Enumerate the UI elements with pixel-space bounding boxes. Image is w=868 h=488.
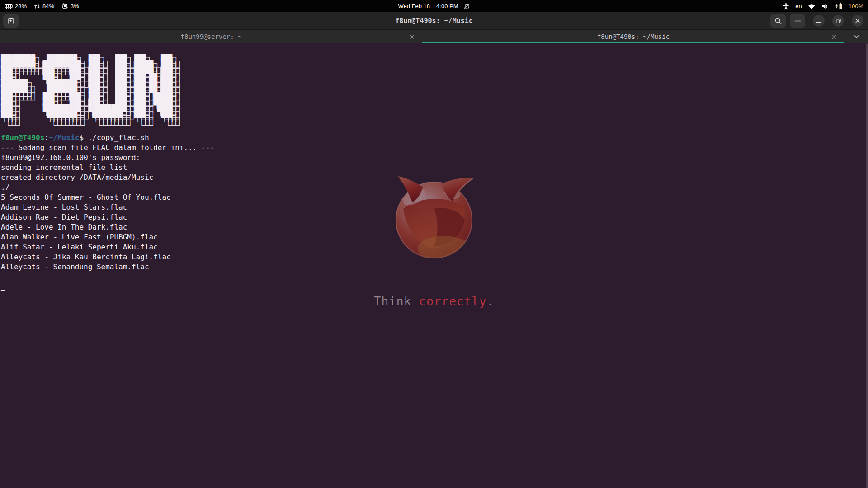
network-value: 84% bbox=[42, 3, 54, 9]
search-button[interactable] bbox=[770, 14, 786, 28]
terminal-output-line: f8un99@192.168.0.100's password: bbox=[1, 153, 868, 163]
memory-icon bbox=[5, 3, 13, 9]
tab-music[interactable]: f8un@T490s: ~/Music bbox=[422, 30, 844, 43]
new-tab-button[interactable] bbox=[3, 14, 19, 28]
ascii-art-logo: █████████ ████████ ███ ███ ███ ███ █████… bbox=[1, 54, 868, 126]
terminal-content: █████████ ████████ ███ ███ ███ ███ █████… bbox=[0, 43, 868, 292]
terminal-output-line: created directory /DATA/media/Music bbox=[1, 173, 868, 183]
chevron-down-icon bbox=[854, 35, 859, 38]
terminal-output-line: Alleycats - Senandung Semalam.flac bbox=[1, 262, 868, 272]
tab-close-icon[interactable] bbox=[830, 33, 838, 41]
terminal-screen[interactable]: Think correctly. █████████ ████████ ███ … bbox=[0, 43, 868, 488]
network-arrows-icon bbox=[34, 3, 40, 9]
search-icon bbox=[774, 17, 782, 25]
system-monitor-indicators: 28% 84% 3% bbox=[0, 3, 79, 9]
maximize-button[interactable] bbox=[832, 15, 844, 27]
clock-menu[interactable]: Wed Feb 18 4:00 PM bbox=[398, 3, 470, 9]
memory-indicator[interactable]: 28% bbox=[5, 3, 27, 9]
terminal-output-line: Adam Levine - Lost Stars.flac bbox=[1, 202, 868, 212]
terminal-output-line: Alleycats - Jika Kau Bercinta Lagi.flac bbox=[1, 252, 868, 262]
prompt-line: f8un@T490s:~/Music$ ./copy_flac.sh bbox=[1, 133, 868, 143]
volume-icon bbox=[821, 3, 829, 9]
cursor-line: _ bbox=[1, 282, 868, 292]
watermark-word-primary: Think bbox=[374, 295, 419, 308]
watermark-word-suffix: . bbox=[487, 295, 495, 308]
top-system-bar: 28% 84% 3% Wed Feb 18 4:00 PM en bbox=[0, 0, 868, 12]
close-button[interactable] bbox=[852, 15, 863, 27]
terminal-output-line: --- Sedang scan file FLAC dalam folder i… bbox=[1, 143, 868, 153]
tab-list-dropdown-button[interactable] bbox=[844, 30, 868, 43]
terminal-output-line: 5 Seconds Of Summer - Ghost Of You.flac bbox=[1, 192, 868, 202]
clock-time: 4:00 PM bbox=[436, 3, 458, 9]
new-tab-icon bbox=[7, 17, 15, 25]
hamburger-menu-icon bbox=[794, 18, 802, 24]
prompt-symbol: $ bbox=[79, 133, 84, 142]
tab-label: f8un@T490s: ~/Music bbox=[597, 33, 670, 40]
prompt-command: ./copy_flac.sh bbox=[84, 133, 149, 142]
minimize-icon bbox=[816, 18, 821, 23]
ascii-art-front: █████████ ████████ ███ ███ ███ ███ █████… bbox=[1, 54, 172, 117]
terminal-output: --- Sedang scan file FLAC dalam folder i… bbox=[1, 143, 868, 282]
terminal-output-line: ./ bbox=[1, 183, 868, 192]
menu-button[interactable] bbox=[790, 14, 805, 28]
cpu-value: 3% bbox=[71, 3, 79, 9]
watermark-text: Think correctly. bbox=[0, 295, 868, 308]
cpu-icon bbox=[61, 3, 68, 9]
system-status-area[interactable]: en 100% bbox=[783, 0, 868, 12]
window-title: f8un@T490s: ~/Music bbox=[395, 17, 473, 25]
terminal-output-line: sending incremental file list bbox=[1, 163, 868, 173]
prompt-path: ~/Music bbox=[49, 133, 79, 142]
close-icon bbox=[855, 18, 860, 23]
terminal-scrollbar[interactable] bbox=[866, 43, 868, 488]
minimize-button[interactable] bbox=[813, 15, 825, 27]
tab-server[interactable]: f8un99@server: ~ bbox=[0, 30, 422, 43]
restore-icon bbox=[835, 18, 841, 24]
tab-label: f8un99@server: ~ bbox=[181, 33, 242, 40]
prompt-separator: : bbox=[44, 133, 49, 142]
battery-percent: 100% bbox=[849, 3, 863, 9]
terminal-output-line: Addison Rae - Diet Pepsi.flac bbox=[1, 212, 868, 222]
terminal-output-line: Adele - Love In The Dark.flac bbox=[1, 222, 868, 232]
memory-value: 28% bbox=[15, 3, 27, 9]
tab-bar: f8un99@server: ~ f8un@T490s: ~/Music bbox=[0, 30, 868, 43]
notifications-off-icon bbox=[464, 3, 470, 9]
network-indicator[interactable]: 84% bbox=[34, 3, 54, 9]
accessibility-icon bbox=[783, 3, 789, 10]
cpu-indicator[interactable]: 3% bbox=[61, 3, 79, 9]
prompt-user-host: f8un@T490s bbox=[1, 133, 44, 142]
wifi-icon bbox=[808, 3, 816, 9]
terminal-output-line: Alif Satar - Lelaki Seperti Aku.flac bbox=[1, 242, 868, 252]
tab-close-icon[interactable] bbox=[408, 33, 416, 41]
watermark-word-accent: correctly bbox=[419, 295, 487, 308]
terminal-output-line: Alan Walker - Live Fast (PUBGM).flac bbox=[1, 232, 868, 242]
battery-charging-icon bbox=[835, 3, 843, 10]
terminal-output-line bbox=[1, 272, 868, 282]
terminal-headerbar: f8un@T490s: ~/Music bbox=[0, 12, 868, 30]
clock-date: Wed Feb 18 bbox=[398, 3, 430, 9]
terminal-cursor: _ bbox=[1, 282, 5, 291]
keyboard-layout: en bbox=[795, 3, 802, 9]
